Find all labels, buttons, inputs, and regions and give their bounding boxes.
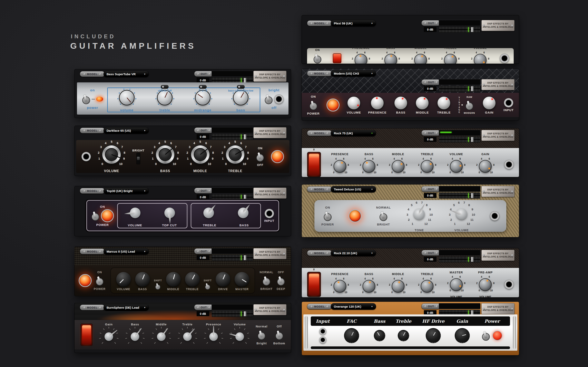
model-dropdown[interactable]: BurnSphere (DE) Lead▼ (104, 304, 149, 311)
fader-handle[interactable] (471, 193, 474, 198)
fader-handle[interactable] (244, 311, 246, 317)
knob-bass[interactable] (125, 326, 145, 347)
knob-knob[interactable] (373, 329, 386, 342)
out-fader[interactable] (212, 255, 253, 261)
model-dropdown[interactable]: Tweed Deluxe (US)▼ (331, 186, 376, 192)
knob-middle[interactable] (151, 326, 172, 347)
knob-bass[interactable]: 012345678910 (151, 140, 180, 169)
model-dropdown[interactable]: Modern (US) CH3▼ (331, 70, 376, 77)
fader-handle[interactable] (471, 257, 474, 262)
knob-treble[interactable]: 0246810 (417, 156, 437, 176)
toggle-switch[interactable] (264, 93, 273, 105)
knob-knob[interactable] (425, 327, 442, 344)
knob-treble[interactable] (185, 272, 200, 287)
toggle-switch[interactable] (323, 210, 332, 222)
out-fader[interactable] (439, 192, 480, 199)
toggle-switch[interactable] (91, 210, 100, 222)
knob-bass[interactable]: 0246810 (380, 50, 401, 64)
knob-middle[interactable]: 0246810 (388, 276, 408, 296)
knob-bass[interactable] (393, 96, 408, 110)
knob-volume[interactable] (125, 202, 146, 224)
knob-bass[interactable] (233, 202, 254, 224)
mini-switch-ultra-hi-off[interactable]: ultra-hi • off (158, 85, 172, 92)
fader-handle[interactable] (244, 255, 246, 260)
knob-presence[interactable]: 0246810 (330, 156, 350, 176)
knob-volume[interactable]: 0246810 (470, 50, 490, 64)
out-fader[interactable] (212, 311, 253, 317)
knob-drive[interactable] (215, 272, 231, 287)
model-dropdown[interactable]: Darkface 65 (US)▼ (104, 127, 149, 134)
knob-volume[interactable] (117, 87, 137, 108)
power-rocker[interactable] (80, 323, 93, 346)
out-fader[interactable] (439, 26, 480, 33)
knob-middle[interactable] (165, 272, 181, 287)
knob-middle[interactable] (415, 96, 430, 110)
mini-switch-body[interactable] (237, 85, 245, 89)
fader-handle[interactable] (471, 137, 474, 142)
model-dropdown[interactable]: Top30 (UK) Bright▼ (104, 188, 149, 194)
knob-middle[interactable]: 0246810 (388, 156, 408, 176)
knob-pre-amp[interactable]: 0246810 (475, 275, 495, 295)
toggle-switch[interactable] (379, 210, 388, 222)
out-fader[interactable] (439, 256, 480, 262)
knob-middle[interactable]: 0246810 (410, 50, 431, 64)
out-fader[interactable] (212, 134, 253, 140)
toggle-switch[interactable] (277, 275, 285, 286)
knob-bass[interactable]: 0246810 (359, 156, 379, 176)
knob-volume[interactable]: 012345678910 (97, 140, 126, 169)
knob-treble[interactable] (437, 96, 451, 110)
toggle-switch[interactable] (309, 99, 318, 111)
model-dropdown[interactable]: Rock 75 (UK)▼ (331, 130, 376, 136)
fader-handle[interactable] (244, 134, 246, 140)
knob-gain[interactable] (99, 326, 119, 347)
knob-presence[interactable]: 0246810 (330, 276, 350, 296)
toggle-switch[interactable] (155, 282, 160, 290)
knob-treble[interactable]: 0246810 (440, 50, 461, 64)
knob-presence[interactable]: 0246810 (351, 50, 371, 64)
toggle-switch[interactable] (313, 52, 322, 64)
toggle-switch[interactable] (257, 329, 266, 341)
power-rocker[interactable] (307, 272, 321, 297)
fader-handle[interactable] (471, 86, 474, 91)
knob-treble[interactable] (177, 326, 198, 347)
toggle-switch[interactable] (275, 329, 284, 341)
model-dropdown[interactable]: Marcus II (US) Lead▼ (104, 248, 149, 255)
model-dropdown[interactable]: Bass SuperTube VR▼ (104, 71, 149, 77)
out-fader[interactable] (439, 86, 480, 92)
model-dropdown[interactable]: Plexi 59 (UK)▼ (331, 20, 376, 26)
knob-bass[interactable]: 0246810 (359, 276, 379, 296)
knob-knob[interactable] (397, 329, 410, 342)
knob-middle[interactable]: 012345678910 (186, 140, 215, 169)
toggle-switch[interactable] (205, 282, 210, 290)
knob-master[interactable]: 0246810 (446, 275, 467, 295)
knob-bass[interactable] (135, 272, 150, 287)
knob-volume[interactable]: 123456789101112 (448, 200, 476, 228)
bright-slider[interactable] (136, 153, 140, 164)
power-rocker[interactable] (307, 152, 321, 177)
toggle-switch[interactable] (95, 275, 104, 286)
knob-volume[interactable]: 0246810 (446, 156, 467, 176)
mini-switch-body[interactable] (161, 85, 169, 89)
knob-treble[interactable] (198, 202, 219, 224)
toggle-switch[interactable] (82, 93, 90, 105)
knob-volume[interactable] (116, 272, 131, 287)
knob-master[interactable] (234, 272, 250, 287)
knob-presence[interactable] (370, 96, 385, 110)
toggle-switch[interactable] (262, 275, 271, 286)
fader-handle[interactable] (471, 27, 474, 32)
knob-gain[interactable]: 0246810 (475, 156, 495, 176)
out-fader[interactable] (212, 194, 253, 200)
knob-treble[interactable]: 0246810 (417, 276, 437, 296)
knob-tone[interactable]: 123456789101112 (405, 200, 433, 228)
mini-switch-body[interactable] (199, 85, 207, 89)
knob-treble[interactable]: 012345678910 (221, 140, 250, 169)
knob-knob[interactable] (454, 327, 471, 344)
model-dropdown[interactable]: Rock 22.10 (UK)▼ (331, 250, 376, 256)
mini-switch-bass-cut-off-ultra-low[interactable]: bass-cut•off•ultra-low (228, 85, 253, 92)
knob-volume[interactable] (229, 326, 250, 347)
toggle-switch[interactable] (256, 151, 264, 162)
knob-volume[interactable] (346, 96, 361, 110)
knob-top-cut[interactable] (159, 202, 180, 224)
toggle-switch[interactable] (465, 99, 474, 111)
model-dropdown[interactable]: Overange 120 (UK)▼ (331, 303, 376, 310)
